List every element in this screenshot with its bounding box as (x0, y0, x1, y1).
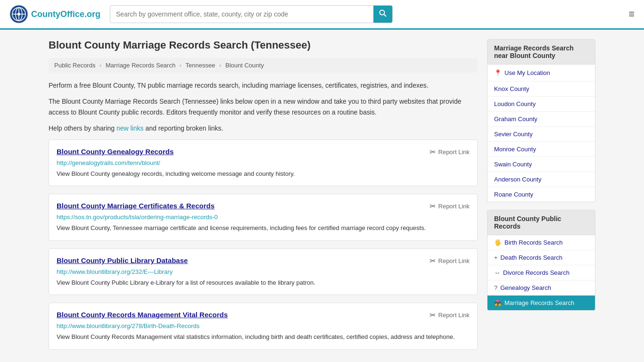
breadcrumb: Public Records › Marriage Records Search… (49, 58, 478, 73)
result-desc-2: View Blount County Public Library e-Libr… (57, 278, 470, 288)
public-records-icon-1: + (494, 254, 498, 261)
public-records-item-1: + Death Records Search (487, 250, 595, 265)
public-records-item-4: 💑 Marriage Records Search (487, 296, 595, 310)
location-pin-icon: 📍 (494, 69, 502, 76)
nearby-county-link-1[interactable]: Loudon County (494, 100, 536, 107)
result-card-header: Blount County Genealogy Records ✂ Report… (57, 148, 470, 156)
result-card: Blount County Genealogy Records ✂ Report… (49, 140, 478, 187)
page-title: Blount County Marriage Records Search (T… (49, 39, 478, 51)
nearby-county-item-7: Roane County (487, 187, 595, 202)
result-desc-0: View Blount County genealogy records, in… (57, 169, 470, 179)
breadcrumb-marriage-records-search[interactable]: Marriage Records Search (106, 62, 175, 69)
content-area: Blount County Marriage Records Search (T… (49, 39, 478, 357)
result-card-header: Blount County Public Library Database ✂ … (57, 256, 470, 265)
new-links-link[interactable]: new links (116, 124, 144, 132)
public-records-icon-3: ? (494, 284, 497, 291)
nearby-county-list: Knox CountyLoudon CountyGraham CountySev… (487, 82, 595, 202)
public-records-list: 🖐 Birth Records Search + Death Records S… (487, 235, 595, 310)
svg-point-5 (17, 13, 20, 16)
header: CountyOffice.org ≡ (0, 0, 644, 30)
nearby-county-link-7[interactable]: Roane County (494, 191, 533, 198)
report-icon-2: ✂ (429, 256, 436, 265)
menu-button[interactable]: ≡ (628, 8, 635, 20)
public-records-icon-0: 🖐 (494, 239, 502, 246)
svg-line-7 (384, 15, 387, 17)
result-title-1[interactable]: Blount County Marriage Certificates & Re… (57, 202, 215, 210)
public-records-icon-4: 💑 (494, 299, 502, 306)
breadcrumb-blount-county[interactable]: Blount County (225, 62, 264, 69)
use-location-button[interactable]: 📍 Use My Location (487, 65, 595, 82)
report-icon-1: ✂ (429, 202, 436, 211)
public-records-item-0: 🖐 Birth Records Search (487, 235, 595, 250)
report-icon-0: ✂ (429, 148, 436, 156)
nearby-county-link-3[interactable]: Sevier County (494, 131, 533, 138)
search-icon (379, 9, 387, 17)
nearby-county-item-1: Loudon County (487, 97, 595, 112)
report-icon-3: ✂ (429, 311, 436, 320)
result-cards: Blount County Genealogy Records ✂ Report… (49, 140, 478, 350)
svg-point-6 (380, 10, 385, 15)
public-records-item-3: ? Genealogy Search (487, 280, 595, 296)
nearby-section-title: Marriage Records Search near Blount Coun… (487, 40, 595, 65)
public-records-title: Blount County Public Records (487, 210, 595, 235)
public-records-link-1[interactable]: Death Records Search (501, 254, 563, 261)
result-title-2[interactable]: Blount County Public Library Database (57, 256, 188, 264)
logo-text: CountyOffice.org (31, 9, 100, 19)
nearby-county-item-6: Anderson County (487, 172, 595, 187)
logo-icon (9, 5, 28, 24)
logo[interactable]: CountyOffice.org (9, 5, 100, 24)
public-records-section: Blount County Public Records 🖐 Birth Rec… (487, 210, 595, 311)
report-link-button-2[interactable]: ✂ Report Link (429, 256, 470, 265)
result-desc-1: View Blount County, Tennessee marriage c… (57, 223, 470, 233)
public-records-link-4[interactable]: Marriage Records Search (504, 299, 574, 306)
result-url-3[interactable]: http://www.blountlibrary.org/278/Birth-D… (57, 322, 470, 329)
result-card: Blount County Records Management Vital R… (49, 303, 478, 350)
result-card: Blount County Marriage Certificates & Re… (49, 194, 478, 241)
breadcrumb-sep-3: › (219, 62, 221, 69)
breadcrumb-sep-1: › (99, 62, 101, 69)
result-card-header: Blount County Records Management Vital R… (57, 311, 470, 320)
nearby-county-item-4: Monroe County (487, 142, 595, 157)
report-link-button-0[interactable]: ✂ Report Link (429, 148, 470, 156)
public-records-link-2[interactable]: Divorce Records Search (503, 269, 570, 276)
search-input[interactable] (110, 7, 373, 22)
main-container: Blount County Marriage Records Search (T… (39, 30, 605, 362)
breadcrumb-public-records[interactable]: Public Records (54, 62, 95, 69)
nearby-county-item-5: Swain County (487, 157, 595, 172)
description-2: The Blount County Marriage Records Searc… (49, 96, 478, 117)
result-url-1[interactable]: https://sos.tn.gov/products/tsla/orderin… (57, 214, 470, 221)
public-records-item-2: ↔ Divorce Records Search (487, 265, 595, 280)
nearby-county-item-2: Graham County (487, 112, 595, 127)
report-link-button-1[interactable]: ✂ Report Link (429, 202, 470, 211)
public-records-link-0[interactable]: Birth Records Search (504, 239, 563, 246)
nearby-county-link-2[interactable]: Graham County (494, 115, 537, 123)
nearby-county-link-4[interactable]: Monroe County (494, 146, 536, 153)
search-button[interactable] (373, 6, 392, 23)
breadcrumb-sep-2: › (180, 62, 182, 69)
sidebar: Marriage Records Search near Blount Coun… (487, 39, 595, 357)
report-link-button-3[interactable]: ✂ Report Link (429, 311, 470, 320)
description-3: Help others by sharing new links and rep… (49, 123, 478, 133)
result-title-3[interactable]: Blount County Records Management Vital R… (57, 311, 228, 319)
nearby-section: Marriage Records Search near Blount Coun… (487, 39, 595, 202)
nearby-county-link-5[interactable]: Swain County (494, 161, 532, 168)
search-bar (110, 5, 393, 23)
nearby-county-item-3: Sevier County (487, 127, 595, 142)
public-records-link-3[interactable]: Genealogy Search (500, 284, 551, 291)
result-desc-3: View Blount County Records Management vi… (57, 332, 470, 342)
description-1: Perform a free Blount County, TN public … (49, 80, 478, 90)
public-records-icon-2: ↔ (494, 269, 500, 276)
result-url-2[interactable]: http://www.blountlibrary.org/232/E---Lib… (57, 268, 470, 275)
breadcrumb-tennessee[interactable]: Tennessee (186, 62, 215, 69)
result-card-header: Blount County Marriage Certificates & Re… (57, 202, 470, 211)
nearby-county-item-0: Knox County (487, 82, 595, 97)
result-title-0[interactable]: Blount County Genealogy Records (57, 148, 173, 156)
result-url-0[interactable]: http://genealogytrails.com/tenn/blount/ (57, 159, 470, 166)
nearby-county-link-0[interactable]: Knox County (494, 85, 529, 92)
result-card: Blount County Public Library Database ✂ … (49, 248, 478, 296)
nearby-county-link-6[interactable]: Anderson County (494, 176, 541, 183)
